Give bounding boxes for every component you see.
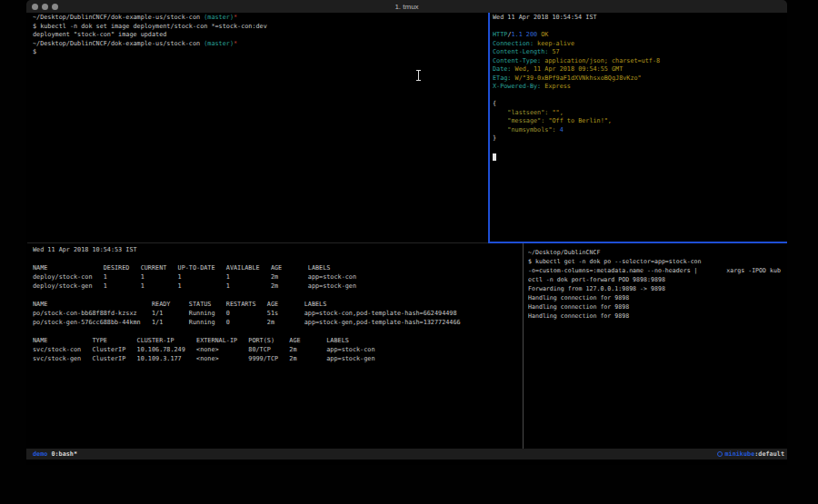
http-status-code: 200 (526, 31, 537, 38)
command-output: deployment "stock-con" image updated (33, 31, 166, 38)
mouse-ibeam-cursor (416, 70, 421, 81)
git-dirty-marker: * (234, 40, 237, 47)
services-table-header: NAME TYPE CLUSTER-IP EXTERNAL-IP PORT(S)… (33, 337, 349, 344)
json-key: "numsymbols": (493, 126, 556, 133)
table-row: po/stock-con-bb68f88fd-kzsxz 1/1 Running… (33, 310, 457, 317)
terminal-line: Handling connection for 9898 (528, 294, 629, 301)
window-item-bash[interactable]: 0:bash* (51, 450, 77, 458)
http-version: 1.1 (511, 31, 522, 38)
header-name: Content-Type: (493, 57, 541, 64)
pane-divider-vertical-bottom[interactable] (523, 243, 524, 449)
prompt-path: ~/Desktop/DublinCNCF (528, 249, 600, 256)
timestamp: Wed 11 Apr 2018 10:54:54 IST (493, 14, 597, 21)
prompt-path: ~/Desktop/DublinCNCF/dok-example-us/stoc… (33, 14, 200, 21)
table-row: po/stock-gen-576cc688bb-44kmn 1/1 Runnin… (33, 319, 461, 326)
json-key: "message": (493, 117, 544, 124)
terminal-line: Handling connection for 9898 (528, 303, 629, 311)
header-name: Date: (493, 65, 511, 73)
pods-table-header: NAME READY STATUS RESTARTS AGE LABELS (33, 301, 326, 308)
pane-shell[interactable]: ~/Desktop/DublinCNCF/dok-example-us/stoc… (33, 14, 485, 241)
terminal-line: -o=custom-columns=:metadata.name --no-he… (528, 267, 781, 274)
git-branch: (master) (204, 14, 234, 21)
pane-divider-horizontal-left[interactable] (27, 242, 488, 243)
header-name: Connection: (493, 40, 534, 47)
command-set-image: $ kubectl -n dok set image deployment/st… (33, 23, 267, 30)
json-open-brace: { (493, 100, 496, 107)
json-string-value: "Off to Berlin!", (544, 117, 612, 124)
window-title: 1. tmux (26, 3, 787, 11)
header-name: Content-Length: (493, 48, 548, 55)
header-value: keep-alive (537, 40, 574, 47)
terminal-line: Forwarding from 127.0.0.1:9898 -> 9898 (528, 285, 665, 292)
terminal-cursor (493, 153, 496, 161)
screen: 1. tmux ~/Desktop/DublinCNCF/dok-example… (0, 0, 818, 504)
header-name: ETag: (493, 74, 511, 82)
header-name: X-Powered-By: (493, 83, 541, 90)
kube-context-namespace: :default (754, 449, 784, 460)
pane-divider-vertical-top[interactable] (488, 13, 490, 242)
http-protocol: HTTP (493, 31, 507, 38)
table-row: deploy/stock-gen 1 1 1 1 2m app=stock-ge… (33, 282, 356, 290)
pane-http-response[interactable]: Wed 11 Apr 2018 10:54:54 ISTHTTP/1.1 200… (493, 14, 783, 241)
json-number-value: 4 (556, 126, 564, 133)
git-branch: (master) (204, 40, 234, 47)
terminal-line: ectl -n dok port-forward POD 9898:9898 (528, 276, 665, 283)
prompt-path: ~/Desktop/DublinCNCF/dok-example-us/stoc… (33, 40, 200, 47)
header-value: Express (544, 83, 571, 90)
json-close-brace: } (493, 134, 496, 142)
header-value: application/json; charset=utf-8 (544, 57, 660, 64)
table-row: svc/stock-gen ClusterIP 10.109.3.177 <no… (33, 355, 374, 362)
table-row: svc/stock-con ClusterIP 10.106.78.249 <n… (33, 346, 374, 353)
http-status-reason: OK (541, 31, 548, 38)
header-value: W/"39-0xBPf9aF1dXVNkhsxoBQgJ8vKzo" (515, 74, 642, 82)
timestamp: Wed 11 Apr 2018 10:54:53 IST (33, 246, 137, 253)
status-left: demo0:bash* (33, 449, 77, 460)
header-value: 57 (552, 48, 559, 55)
window-titlebar[interactable]: 1. tmux (26, 0, 787, 13)
deployments-table-header: NAME DESIRED CURRENT UP-TO-DATE AVAILABL… (33, 264, 330, 272)
terminal-line: Handling connection for 9898 (528, 312, 629, 320)
pane-kubectl-watch[interactable]: Wed 11 Apr 2018 10:54:53 ISTNAME DESIRED… (33, 245, 518, 445)
pane-port-forward[interactable]: ~/Desktop/DublinCNCF$ kubectl get -n dok… (528, 248, 785, 446)
terminal-line: $ kubectl get -n dok po --selector=app=s… (528, 258, 702, 265)
table-row: deploy/stock-con 1 1 1 1 2m app=stock-co… (33, 273, 356, 281)
session-name: demo (33, 450, 47, 458)
prompt-symbol: $ (33, 48, 36, 55)
kube-context-host: minikube (725, 449, 755, 460)
pane-divider-horizontal-right[interactable] (488, 242, 787, 243)
git-dirty-marker: * (234, 14, 237, 21)
tmux-status-bar: demo0:bash* minikube:default (26, 449, 787, 460)
json-string-value: "", (548, 109, 563, 116)
kubernetes-helm-icon (717, 451, 723, 457)
status-right: minikube:default (717, 449, 785, 460)
json-key: "lastseen": (493, 109, 548, 116)
header-value: Wed, 11 Apr 2018 09:54:55 GMT (515, 65, 623, 73)
